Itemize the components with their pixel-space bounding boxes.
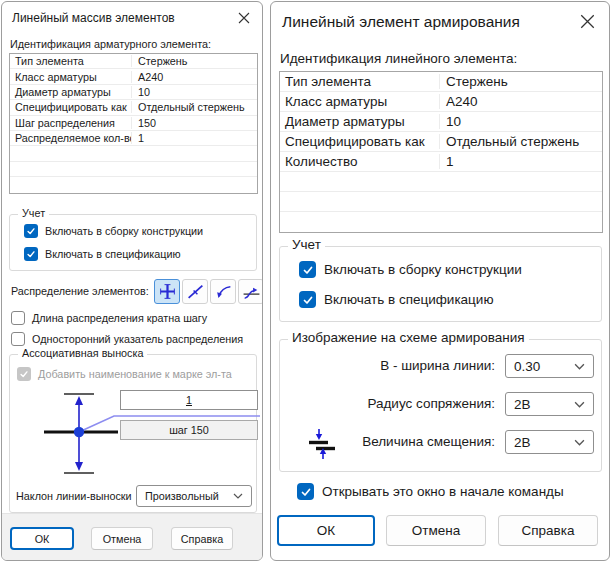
checkbox-unchecked-icon: [11, 311, 25, 325]
table-row: Шаг распределения 150: [10, 116, 257, 131]
property-name: Диаметр арматуры: [10, 86, 132, 98]
checkbox-label: Включать в спецификацию: [324, 292, 494, 307]
combobox-value: 0.30: [506, 359, 574, 374]
checkbox-add-name-disabled: Добавить наименование к марке эл-та: [17, 367, 232, 381]
table-row-empty: [280, 192, 602, 212]
property-value[interactable]: Стержень: [132, 55, 257, 67]
property-name: Специфицировать как: [280, 134, 440, 149]
checkbox-unchecked-icon: [11, 332, 25, 346]
button-label: Справка: [181, 533, 223, 545]
table-row: Количество 1: [280, 152, 602, 172]
close-icon[interactable]: [579, 13, 596, 30]
checkbox-length-multiple[interactable]: Длина распределения кратна шагу: [11, 311, 207, 325]
ok-button[interactable]: ОК: [10, 527, 74, 550]
cross-icon: [158, 282, 177, 301]
cancel-button[interactable]: Отмена: [386, 515, 486, 546]
checkbox-one-sided[interactable]: Односторонний указатель распределения: [11, 332, 243, 346]
button-label: Справка: [522, 523, 575, 538]
property-value[interactable]: 1: [132, 132, 257, 144]
checkbox-checked-disabled-icon: [17, 367, 31, 381]
combobox-value: 2В: [506, 435, 574, 450]
property-value[interactable]: 1: [440, 154, 602, 169]
tool-segment-button[interactable]: [182, 279, 208, 304]
checkbox-include-assembly[interactable]: Включать в сборку конструкции: [24, 224, 203, 238]
step-value: шаг 150: [169, 424, 209, 436]
property-name: Тип элемента: [10, 55, 132, 67]
checkbox-include-spec[interactable]: Включать в спецификацию: [299, 291, 494, 308]
slope-combobox[interactable]: Произвольный: [136, 485, 252, 507]
property-value[interactable]: 10: [440, 114, 602, 129]
property-value[interactable]: Стержень: [440, 74, 602, 89]
tool-cross-button[interactable]: [154, 279, 180, 304]
table-row-empty: [280, 212, 602, 232]
checkbox-include-assembly[interactable]: Включать в сборку конструкции: [299, 261, 522, 278]
ok-button[interactable]: ОК: [277, 515, 375, 546]
table-row: Диаметр арматуры 10: [10, 85, 257, 100]
property-name: Диаметр арматуры: [280, 114, 440, 129]
group-accounting: Учет Включать в сборку конструкции Включ…: [9, 214, 257, 271]
property-value[interactable]: А240: [132, 71, 257, 83]
dialog-title: Линейный элемент армирования: [282, 13, 520, 31]
tool-leader-button[interactable]: [238, 279, 263, 304]
property-name: Специфицировать как: [10, 101, 132, 113]
leader-curve-icon: [242, 282, 261, 301]
identification-label: Идентификация линейного элемента:: [280, 51, 517, 66]
close-icon[interactable]: [237, 11, 251, 25]
group-accounting: Учет Включать в сборку конструкции Включ…: [279, 246, 602, 322]
cancel-button[interactable]: Отмена: [91, 527, 153, 550]
checkbox-label: Включать в сборку конструкции: [45, 225, 203, 237]
combobox-value: 2В: [506, 397, 574, 412]
mark-field[interactable]: 1: [120, 390, 258, 410]
table-row: Специфицировать как Отдельный стержень: [280, 132, 602, 152]
button-label: Отмена: [103, 533, 142, 545]
identification-label: Идентификация арматурного элемента:: [10, 38, 211, 50]
property-name: Количество: [280, 154, 440, 169]
dialog-footer: ОК Отмена Справка: [2, 513, 262, 560]
table-row-empty: [10, 162, 257, 177]
offset-value-combobox[interactable]: 2В: [505, 430, 594, 454]
chevron-down-icon: [574, 363, 585, 370]
checkbox-checked-icon: [299, 291, 316, 308]
property-value[interactable]: Отдельный стержень: [132, 101, 257, 113]
group-label: Учет: [288, 237, 325, 252]
checkbox-checked-icon: [24, 224, 38, 238]
combo-label: Величина смещения:: [300, 430, 495, 454]
table-row-empty: [10, 146, 257, 161]
property-name: Шаг распределения: [10, 117, 132, 129]
combo-label: Радиус сопряжения:: [300, 392, 495, 416]
button-label: Отмена: [412, 523, 460, 538]
table-row: Распределяемое кол-во 1: [10, 131, 257, 146]
help-button[interactable]: Справка: [498, 515, 598, 546]
button-label: ОК: [35, 533, 50, 545]
chevron-down-icon: [574, 439, 585, 446]
property-value[interactable]: Отдельный стержень: [440, 134, 602, 149]
segment-tick-icon: [186, 282, 205, 301]
checkbox-label: Включать в спецификацию: [45, 248, 181, 260]
table-row: Специфицировать как Отдельный стержень: [10, 100, 257, 115]
distribution-label: Распределение элементов:: [11, 285, 149, 297]
step-field: шаг 150: [120, 420, 258, 440]
group-callout: Ассоциативная выноска Добавить наименова…: [9, 354, 257, 513]
property-value[interactable]: 10: [132, 86, 257, 98]
button-label: ОК: [317, 523, 335, 538]
help-button[interactable]: Справка: [171, 527, 233, 550]
property-value[interactable]: 150: [132, 117, 257, 129]
group-label: Изображение на схеме армирования: [288, 330, 529, 345]
checkbox-label: Длина распределения кратна шагу: [32, 312, 207, 324]
line-width-combobox[interactable]: 0.30: [505, 354, 594, 378]
checkbox-label: Открывать это окно в начале команды: [322, 484, 564, 499]
checkbox-checked-icon: [299, 261, 316, 278]
checkbox-open-on-start[interactable]: Открывать это окно в начале команды: [297, 483, 564, 500]
table-row: Тип элемента Стержень: [280, 72, 602, 92]
group-label: Учет: [18, 207, 49, 219]
checkbox-label: Добавить наименование к марке эл-та: [38, 368, 232, 380]
fillet-radius-combobox[interactable]: 2В: [505, 392, 594, 416]
property-value[interactable]: А240: [440, 94, 602, 109]
property-table: Тип элемента Стержень Класс арматуры А24…: [9, 53, 258, 194]
chevron-down-icon: [233, 493, 243, 499]
checkbox-include-spec[interactable]: Включать в спецификацию: [24, 247, 181, 261]
desktop: Линейный массив элементов Идентификация …: [0, 0, 613, 563]
tool-curved-arrow-button[interactable]: [210, 279, 236, 304]
dialog-title: Линейный массив элементов: [12, 11, 175, 25]
dialog-linear-reinforcement: Линейный элемент армирования Идентификац…: [270, 1, 610, 561]
